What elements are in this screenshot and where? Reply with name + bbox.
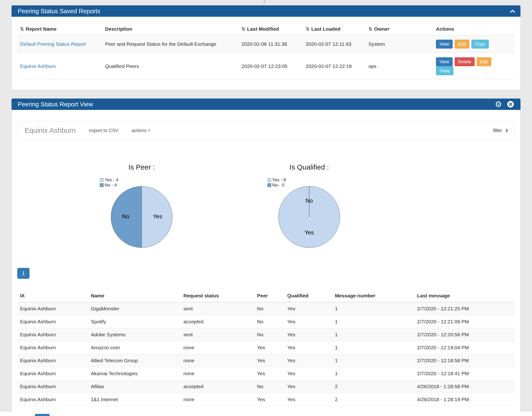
actions-cell: ViewDeleteEditCopy: [433, 53, 515, 80]
cell-message-number: 1: [332, 354, 414, 367]
cell-request-status: none: [181, 367, 254, 380]
column-label: Last Modified: [247, 26, 279, 32]
chart-title: Is Peer :: [58, 163, 225, 171]
gear-icon[interactable]: ⚙: [495, 100, 502, 108]
cell-last-message: 2/7/2020 - 12:19:04 PM: [414, 341, 515, 354]
cell-request-status: accepted: [181, 380, 254, 393]
saved-reports-panel-header: Peering Status Saved Reports: [11, 5, 521, 17]
export-to-csv-link[interactable]: export to CSV: [89, 128, 118, 133]
cell-request-status: none: [181, 341, 254, 354]
cell-name: 1&1 Internet: [88, 393, 181, 406]
saved-reports-body: Default Peering Status ReportPeer and Re…: [17, 35, 515, 80]
report-name-link[interactable]: Default Peering Status Report: [20, 41, 86, 47]
result-row: Equinix AshburnAdobe SystemssentNoYes12/…: [17, 328, 515, 341]
pagination-page-1[interactable]: 1: [17, 268, 29, 279]
edit-button[interactable]: Edit: [476, 57, 491, 66]
column-header-last-loaded[interactable]: ⇅Last Loaded: [303, 23, 366, 35]
pie-chart-is-qualified: Is Qualified :Yes - 8No - 0YesNo: [225, 163, 393, 262]
report-view-panel-body: Equinix Ashburn export to CSV actions + …: [11, 110, 521, 416]
column-header-ix: IX: [17, 290, 88, 302]
legend-item: Yes - 8: [267, 177, 286, 182]
cell-last-message: 4/26/2018 - 1:28:58 PM: [414, 380, 515, 393]
last-modified-cell: 2020-02-06 11:31:36: [239, 35, 303, 53]
result-row: Equinix AshburnAmazon.comnoneYesYes12/7/…: [17, 341, 515, 354]
last-loaded-cell: 2020-02-07 12:11:43: [303, 35, 366, 53]
cell-message-number: 1: [332, 302, 414, 315]
cell-name: Adobe Systems: [88, 328, 181, 341]
column-label: Actions: [436, 26, 454, 32]
cell-qualified: Yes: [284, 315, 332, 328]
filter-toggle[interactable]: filter: [493, 128, 507, 133]
sort-icon[interactable]: ⇅: [20, 26, 24, 32]
page: Peering Status Saved Reports ⇅Report Nam…: [0, 0, 532, 416]
report-name-link[interactable]: Equinix Ashburn: [20, 63, 56, 69]
cell-request-status: none: [181, 393, 254, 406]
charts-row: Is Peer :Yes - 4No - 4YesNoIs Qualified …: [17, 163, 515, 262]
chart-title: Is Qualified :: [225, 163, 393, 171]
sort-icon[interactable]: ⇅: [242, 26, 245, 32]
result-row: Equinix AshburnAfiliasacceptedNoYes24/26…: [17, 380, 515, 393]
sort-icon[interactable]: ⇅: [306, 26, 310, 32]
chevron-up-icon[interactable]: [510, 10, 515, 15]
cell-ix: Equinix Ashburn: [17, 393, 88, 406]
actions-cell: ViewEditCopy: [433, 35, 515, 53]
legend-label: Yes - 8: [272, 177, 286, 182]
column-header-actions: Actions: [433, 23, 515, 35]
legend-swatch: [100, 178, 104, 182]
description-cell: Peer and Request Status for the Default …: [102, 35, 239, 53]
copy-button[interactable]: Copy: [471, 40, 489, 48]
sort-icon[interactable]: ⇅: [368, 26, 372, 32]
pie-slice-label: Yes: [153, 213, 162, 219]
actions-menu-link[interactable]: actions +: [131, 128, 151, 133]
saved-reports-panel: Peering Status Saved Reports ⇅Report Nam…: [11, 5, 521, 90]
cell-peer: Yes: [254, 341, 284, 354]
legend-label: Yes - 4: [105, 177, 118, 182]
legend-swatch: [267, 183, 271, 187]
footer-strip: [0, 412, 532, 416]
cell-last-message: 4/26/2018 - 1:28:19 PM: [414, 393, 515, 406]
cell-message-number: 1: [332, 315, 414, 328]
owner-cell: System: [366, 35, 433, 53]
filter-label: filter: [493, 128, 502, 133]
saved-report-row: Equinix AshburnQualified Peers2020-02-07…: [17, 53, 515, 80]
column-header-request-status: Request status: [181, 290, 254, 302]
report-name-cell: Default Peering Status Report: [17, 35, 102, 53]
delete-button[interactable]: Delete: [455, 57, 475, 66]
column-header-owner[interactable]: ⇅Owner: [366, 23, 433, 35]
report-view-panel-title: Peering Status Report View: [18, 101, 93, 108]
cell-ix: Equinix Ashburn: [17, 341, 88, 354]
legend-item: Yes - 4: [100, 177, 118, 182]
column-header-report-name[interactable]: ⇅Report Name: [17, 23, 102, 35]
cell-peer: Yes: [254, 367, 284, 380]
cell-name: Allied Telecom Group: [88, 354, 181, 367]
column-header-qualified: Qualified: [284, 290, 332, 302]
view-button[interactable]: View: [436, 40, 453, 48]
cell-last-message: 2/7/2020 - 12:21:09 PM: [414, 315, 515, 328]
edit-button[interactable]: Edit: [455, 40, 469, 48]
cell-ix: Equinix Ashburn: [17, 380, 88, 393]
cell-request-status: none: [181, 354, 254, 367]
saved-reports-panel-body: ⇅Report NameDescription⇅Last Modified⇅La…: [11, 17, 521, 90]
column-header-last-modified[interactable]: ⇅Last Modified: [239, 23, 303, 35]
saved-report-row: Default Peering Status ReportPeer and Re…: [17, 35, 515, 53]
copy-button[interactable]: Copy: [436, 66, 453, 75]
owner-cell: ops: [366, 53, 433, 80]
column-header-peer: Peer: [254, 290, 284, 302]
cell-name: Amazon.com: [88, 341, 181, 354]
cell-name: GigaMonster: [88, 302, 181, 315]
footer-button-partial[interactable]: [35, 414, 49, 416]
cell-peer: Yes: [254, 354, 284, 367]
cell-qualified: Yes: [284, 367, 332, 380]
view-button[interactable]: View: [436, 57, 453, 66]
legend-swatch: [100, 183, 104, 187]
report-name-cell: Equinix Ashburn: [17, 53, 102, 80]
cell-last-message: 2/7/2020 - 12:18:41 PM: [414, 367, 515, 380]
saved-reports-panel-title: Peering Status Saved Reports: [18, 8, 100, 15]
report-toolbar: Equinix Ashburn export to CSV actions + …: [17, 121, 515, 140]
column-label: Owner: [374, 26, 389, 32]
cell-last-message: 2/7/2020 - 12:21:25 PM: [414, 302, 515, 315]
cell-peer: No: [254, 315, 284, 328]
circle-x-icon[interactable]: [507, 100, 514, 108]
cell-message-number: 1: [332, 341, 414, 354]
legend-swatch: [267, 178, 271, 182]
